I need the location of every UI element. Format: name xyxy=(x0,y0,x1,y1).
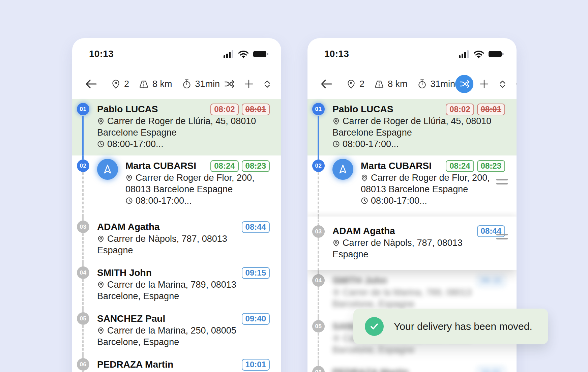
address-pin-icon xyxy=(332,239,340,247)
stop-address: Carrer de la Marina, 789, 08013 Barcelon… xyxy=(332,287,505,310)
reorder-button[interactable] xyxy=(495,77,510,91)
timeline-segment xyxy=(82,172,84,217)
timeline-segment xyxy=(82,279,84,309)
timeline-segment xyxy=(82,233,84,263)
stop-row-6[interactable]: 06 PEDRAZA Martin 10:01 Carrer de Lepant… xyxy=(307,362,517,372)
stop-number-badge: 01 xyxy=(77,103,89,115)
drag-handle[interactable] xyxy=(496,231,508,242)
distance-road-icon xyxy=(374,79,385,90)
status-icons xyxy=(459,50,504,58)
stop-row-4[interactable]: 04 SMITH John 09:15 Carrer de la Marina,… xyxy=(72,262,281,308)
gear-icon xyxy=(280,78,281,90)
stop-row-1[interactable]: 01 Pablo LUCAS 08:02 08:01 Carrer de Rog… xyxy=(72,99,281,155)
eta-badge: 09:15 xyxy=(477,275,505,287)
stop-number-badge: 04 xyxy=(312,274,325,287)
signal-icon xyxy=(459,50,469,58)
signal-icon xyxy=(224,50,234,58)
stop-row-2[interactable]: 02 Marta CUBARSI 08:24 08:23 Carrer de R… xyxy=(307,155,517,217)
toast-notification: Your delivery has been moved. xyxy=(353,309,548,344)
status-time: 10:13 xyxy=(89,49,114,59)
plus-icon xyxy=(243,79,254,89)
stop-hours: 08:00-17:00... xyxy=(361,195,505,206)
eta-badge: 10:01 xyxy=(242,359,270,371)
stop-name: PEDRAZA Martin xyxy=(332,367,409,372)
stop-name: ADAM Agatha xyxy=(332,225,395,237)
status-time: 10:13 xyxy=(324,49,349,59)
stop-number-badge: 03 xyxy=(77,221,89,233)
stop-row-2[interactable]: 02 Marta CUBARSI 08:24 08:23 Carrer de R… xyxy=(72,155,281,217)
navigation-avatar xyxy=(97,159,118,180)
shuffle-icon xyxy=(223,78,235,90)
back-button[interactable] xyxy=(319,77,334,91)
stop-number-badge: 05 xyxy=(312,320,325,333)
eta-badge: 08:02 xyxy=(446,104,474,115)
stop-row-5[interactable]: 05 SANCHEZ Paul 09:40 Carrer de la Marin… xyxy=(72,308,281,354)
stop-address: Carrer de Nàpols, 787, 08013 Espagne xyxy=(97,233,270,256)
settings-button[interactable] xyxy=(513,77,517,91)
stop-name: SANCHEZ Paul xyxy=(97,313,165,324)
stop-name: SMITH John xyxy=(97,267,152,279)
address-pin-icon xyxy=(125,174,133,181)
double-chevron-icon xyxy=(262,79,272,89)
add-stop-button[interactable] xyxy=(477,77,492,91)
timeline-segment xyxy=(318,216,319,226)
timeline-segment xyxy=(82,354,84,359)
stop-address: Carrer de la Marina, 789, 08013 Barcelon… xyxy=(97,279,270,302)
status-icons xyxy=(224,50,268,58)
stop-name: Marta CUBARSI xyxy=(125,160,196,172)
drag-handle[interactable] xyxy=(496,176,508,187)
timeline-segment xyxy=(82,116,84,156)
distance-value: 8 km xyxy=(152,79,172,89)
stops-pin-icon xyxy=(111,79,121,89)
timeline-segment xyxy=(318,287,319,316)
stop-address: Carrer de Nàpols, 787, 08013 Espagne xyxy=(332,237,505,260)
address-pin-icon xyxy=(332,117,340,125)
optimize-shuffle-button-active[interactable] xyxy=(455,75,473,93)
stop-number-badge: 06 xyxy=(312,366,325,372)
stop-row-1[interactable]: 01 Pablo LUCAS 08:02 08:01 Carrer de Rog… xyxy=(307,99,517,155)
previous-eta-badge: 08:01 xyxy=(242,104,270,115)
stop-address: Carrer de Lepant, 909, 08013 xyxy=(97,371,270,372)
stop-address: Carrer de Roger de Llúria, 45, 08010 Bar… xyxy=(97,115,270,138)
stop-number-badge: 04 xyxy=(77,266,89,279)
settings-button[interactable] xyxy=(278,77,281,91)
add-stop-button[interactable] xyxy=(241,77,256,91)
previous-eta-badge: 08:23 xyxy=(477,160,505,172)
stop-name: Pablo LUCAS xyxy=(97,104,158,115)
timeline-segment xyxy=(318,238,319,270)
timeline-segment xyxy=(318,270,319,275)
route-stats: 2 8 km 31min xyxy=(346,79,455,90)
eta-badge: 10:01 xyxy=(477,367,505,372)
stop-number-badge: 06 xyxy=(77,358,89,371)
back-button[interactable] xyxy=(84,77,98,91)
stop-row-6[interactable]: 06 PEDRAZA Martin 10:01 Carrer de Lepant… xyxy=(72,354,281,372)
previous-eta-badge: 08:23 xyxy=(242,160,270,172)
timeline-segment xyxy=(82,325,84,354)
duration-value: 31min xyxy=(431,79,455,89)
success-check-icon xyxy=(365,317,384,336)
timeline-segment xyxy=(82,262,84,267)
toast-message: Your delivery has been moved. xyxy=(394,321,532,332)
stop-name: Marta CUBARSI xyxy=(361,160,432,172)
address-pin-icon xyxy=(97,117,105,125)
stop-row-3-dragging[interactable]: 03 ADAM Agatha 08:44 Carrer de Nàpols, 7… xyxy=(307,217,517,270)
phone-left: 10:13 2 8 km 31min xyxy=(72,38,281,372)
duration-stopwatch-icon xyxy=(417,79,428,89)
address-pin-icon xyxy=(332,289,340,296)
timeline-segment xyxy=(318,155,319,160)
reorder-button[interactable] xyxy=(260,77,274,91)
stop-hours: 08:00-17:00... xyxy=(332,138,505,150)
stop-hours: 08:00-17:00... xyxy=(125,195,270,206)
status-bar: 10:13 xyxy=(307,38,517,61)
eta-badge: 08:02 xyxy=(210,104,238,115)
optimize-shuffle-button[interactable] xyxy=(220,75,238,93)
stop-name: ADAM Agatha xyxy=(97,221,160,233)
eta-badge: 08:24 xyxy=(210,160,238,172)
plus-icon xyxy=(479,79,490,89)
stop-address: Carrer de Roger de Flor, 200, 08013 Barc… xyxy=(125,172,270,195)
eta-badge: 09:15 xyxy=(242,267,270,279)
route-toolbar: 2 8 km 31min xyxy=(307,61,517,97)
stop-row-3[interactable]: 03 ADAM Agatha 08:44 Carrer de Nàpols, 7… xyxy=(72,217,281,262)
battery-icon xyxy=(488,50,504,58)
screenshot-canvas: 10:13 2 8 km 31min xyxy=(0,0,588,372)
